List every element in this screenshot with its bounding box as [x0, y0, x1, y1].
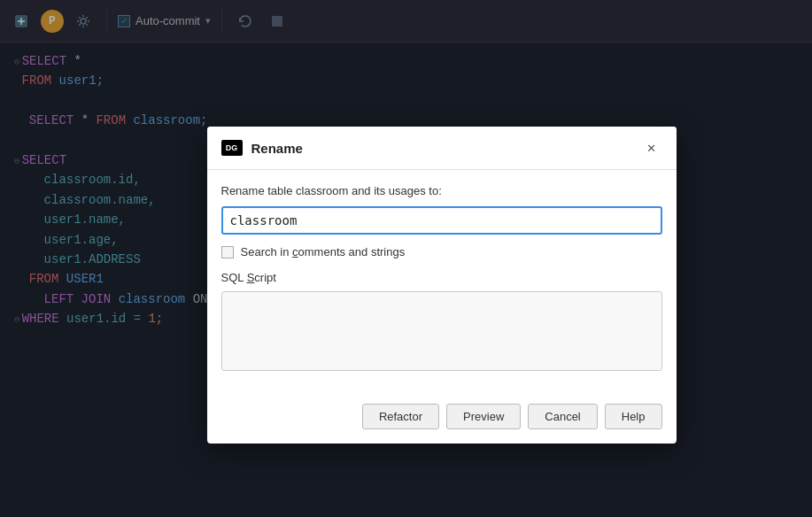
refactor-button[interactable]: Refactor — [362, 404, 439, 429]
rename-dialog: DG Rename ✕ Rename table classroom and i… — [207, 127, 677, 444]
cancel-button[interactable]: Cancel — [528, 404, 597, 429]
title-area: DG Rename — [221, 140, 303, 156]
sql-script-label: SQL Script — [221, 271, 662, 284]
help-button[interactable]: Help — [605, 404, 662, 429]
dialog-body: Rename table classroom and its usages to… — [207, 170, 677, 404]
dialog-title: Rename — [251, 141, 303, 156]
search-checkbox-label: Search in comments and strings — [241, 245, 406, 258]
preview-button[interactable]: Preview — [446, 404, 521, 429]
rename-input[interactable] — [221, 206, 662, 235]
dialog-header: DG Rename ✕ — [207, 127, 677, 170]
modal-overlay: DG Rename ✕ Rename table classroom and i… — [0, 0, 812, 517]
dialog-footer: Refactor Preview Cancel Help — [207, 404, 677, 444]
dialog-description: Rename table classroom and its usages to… — [221, 184, 662, 197]
search-comments-checkbox[interactable] — [221, 246, 234, 258]
close-button[interactable]: ✕ — [641, 137, 662, 158]
search-checkbox-row: Search in comments and strings — [221, 245, 662, 258]
dg-logo: DG — [221, 140, 243, 156]
sql-script-textarea[interactable] — [221, 291, 662, 371]
